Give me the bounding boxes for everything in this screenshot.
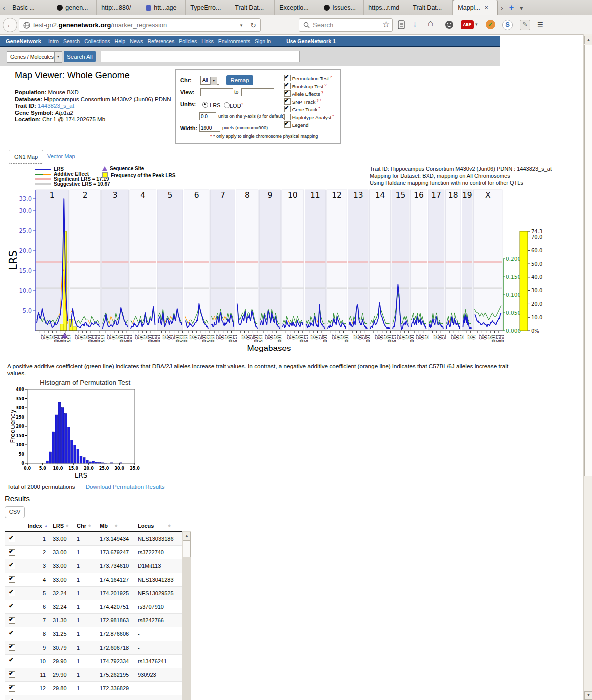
tab-vector-map[interactable]: Vector Map [47, 153, 75, 159]
view-to-input[interactable] [241, 88, 274, 96]
nav-link-news[interactable]: News [130, 38, 143, 44]
table-row[interactable]: 233.001173.679247rs3722740 [5, 546, 191, 559]
row-checkbox[interactable] [9, 604, 15, 610]
table-row[interactable]: 1229.801172.336829- [5, 682, 191, 695]
row-checkbox[interactable] [9, 685, 15, 692]
table-row[interactable]: 1029.901174.792334rs13476241 [5, 655, 191, 668]
browser-tab-3[interactable]: http:...880/ [97, 0, 141, 15]
table-scrollbar[interactable]: ▲ [182, 531, 191, 700]
row-checkbox[interactable] [9, 549, 15, 556]
checkbox-gene-track[interactable]: Gene Track * [284, 106, 320, 112]
search-category-dropdown-icon[interactable]: ▾ [54, 51, 62, 63]
checkbox-allele-effects[interactable]: Allele Effects ? [284, 90, 323, 97]
tab-list-dropdown-icon[interactable]: ▾ [517, 0, 526, 15]
browser-tab-6[interactable]: Trait Dat... [230, 0, 275, 15]
row-checkbox[interactable] [9, 563, 15, 569]
row-checkbox[interactable] [9, 536, 15, 542]
chat-smiley-icon[interactable] [445, 20, 454, 29]
browser-tab-4[interactable]: htt...age [141, 0, 186, 15]
search-category-select[interactable]: Genes / Molecules [7, 51, 58, 63]
url-bar[interactable]: test-gn2.genenetwork.org/marker_regressi… [19, 18, 261, 32]
table-scrollbar-thumb[interactable] [183, 540, 191, 557]
nav-link-references[interactable]: References [147, 38, 174, 44]
col-lrs[interactable]: LRS◆ [53, 523, 77, 529]
checkbox-legend[interactable]: Legend [284, 121, 308, 128]
new-tab-button[interactable]: + [506, 0, 517, 15]
width-input[interactable] [199, 124, 220, 132]
nav-link-intro[interactable]: Intro [48, 38, 59, 44]
remap-button[interactable]: Remap [226, 75, 253, 85]
window-scrollbar[interactable]: ▲ ▼ [583, 34, 592, 700]
checkbox-snp-track[interactable]: SNP Track ? * [284, 98, 321, 105]
row-checkbox[interactable] [9, 631, 15, 637]
browser-tab-7[interactable]: Exceptio... [275, 0, 319, 15]
reload-icon[interactable]: ↻ [246, 21, 260, 29]
row-checkbox[interactable] [9, 576, 15, 583]
browser-tab-9[interactable]: https...r.md [364, 0, 408, 15]
tab-gn1-map[interactable]: GN1 Map [9, 150, 43, 164]
site-search-input[interactable] [101, 51, 300, 62]
table-row[interactable]: 1328.251172.066941- [5, 695, 191, 700]
units-lrs-radio[interactable]: LRS [202, 102, 220, 108]
nav-link-search[interactable]: Search [63, 38, 80, 44]
search-bar[interactable]: Search [299, 18, 393, 32]
addon-edit-icon[interactable]: ✎ [520, 20, 530, 30]
table-row[interactable]: 831.251172.876606- [5, 627, 191, 641]
col-locus[interactable]: Locus◆ [138, 523, 182, 529]
nav-link-environments[interactable]: Environments [218, 38, 250, 44]
y-units-input[interactable] [199, 112, 216, 120]
addon-s-icon[interactable]: S [502, 20, 513, 30]
scroll-up-icon[interactable]: ▲ [584, 36, 592, 44]
browser-tab-1[interactable]: Basic ... [8, 0, 52, 15]
menu-hamburger-icon[interactable]: ≡ [537, 19, 543, 30]
browser-tab-8[interactable]: Issues... [319, 0, 364, 15]
csv-button[interactable]: CSV [5, 506, 25, 518]
checkbox-bootstrap-test[interactable]: Bootstrap Test ? [284, 83, 326, 89]
trait-id-link[interactable]: 1443823_s_at [38, 103, 74, 109]
table-row[interactable]: 433.001174.164127NES13041283 [5, 573, 191, 587]
home-icon[interactable]: ⌂ [428, 18, 433, 29]
table-row[interactable]: 532.241174.201925NES13029525 [5, 587, 191, 600]
url-dropdown-icon[interactable]: ▾ [237, 23, 246, 28]
brand-genenetwork[interactable]: GeneNetwork [6, 38, 41, 44]
bookmark-star-icon[interactable]: ☆ [382, 19, 390, 30]
scroll-down-icon[interactable]: ▼ [584, 691, 592, 700]
table-row[interactable]: 731.301172.981863rs8242766 [5, 614, 191, 627]
row-checkbox[interactable] [9, 644, 15, 651]
tab-close-icon[interactable]: × [485, 4, 488, 11]
browser-tab-11[interactable]: Mappi...× [453, 0, 498, 15]
browser-tab-2[interactable]: genen... [52, 0, 97, 15]
table-row[interactable]: 133.001173.149434NES13033186 [5, 532, 191, 546]
bookmarks-menu-icon[interactable] [397, 20, 405, 29]
checkbox-haplotype-analyst[interactable]: Haplotype Analyst * [284, 114, 334, 120]
tab-scroll-right-icon[interactable]: › [498, 0, 506, 15]
nav-link-sign-in[interactable]: Sign in [255, 38, 271, 44]
nav-link-collections[interactable]: Collections [84, 38, 110, 44]
row-checkbox[interactable] [9, 617, 15, 624]
addon-orange-check-icon[interactable]: ✓ [486, 20, 495, 29]
table-row[interactable]: 333.001173.734610D1Mit113 [5, 559, 191, 573]
nav-link-links[interactable]: Links [201, 38, 214, 44]
browser-tab-10[interactable]: Trait Dat... [408, 0, 453, 15]
col-index[interactable]: Index▲ [24, 523, 53, 529]
row-checkbox[interactable] [9, 671, 15, 678]
download-permutation-link[interactable]: Download Permutation Results [86, 484, 165, 490]
adblock-plus-icon[interactable]: ABP [461, 20, 474, 29]
nav-link-policies[interactable]: Policies [179, 38, 197, 44]
search-all-button[interactable]: Search All [64, 51, 96, 62]
table-row[interactable]: 930.791172.606718- [5, 641, 191, 655]
back-button[interactable]: ← [3, 18, 17, 32]
adblock-dropdown-icon[interactable]: ▾ [475, 22, 478, 27]
col-chr[interactable]: Chr◆ [77, 523, 100, 529]
browser-tab-5[interactable]: TypeErro... [186, 0, 230, 15]
tab-scroll-left-icon[interactable]: ‹ [0, 0, 8, 15]
window-scrollbar-thumb[interactable] [584, 45, 592, 476]
nav-link-help[interactable]: Help [115, 38, 126, 44]
units-lod-radio[interactable]: LOD? [224, 102, 243, 109]
table-scroll-up-icon[interactable]: ▲ [183, 532, 191, 540]
use-genenetwork1-link[interactable]: Use GeneNetwork 1 [286, 38, 336, 44]
checkbox-permutation-test[interactable]: Permutation Test ? [284, 75, 332, 81]
view-from-input[interactable] [200, 88, 233, 96]
row-checkbox[interactable] [9, 658, 15, 664]
genome-scan-chart[interactable]: 1255075100125150175225507510012515017532… [0, 187, 555, 346]
